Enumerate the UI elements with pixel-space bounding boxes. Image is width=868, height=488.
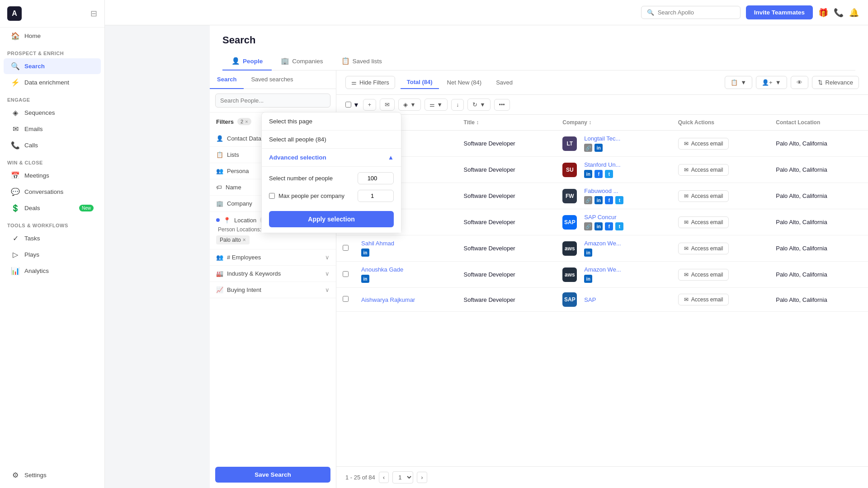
- access-email-button[interactable]: ✉ Access email: [678, 164, 729, 176]
- in-company-social-icon[interactable]: in: [594, 222, 603, 230]
- web-company-social-icon[interactable]: 🔗: [584, 222, 592, 230]
- fb-company-social-icon[interactable]: f: [594, 170, 603, 178]
- row-checkbox[interactable]: [343, 296, 349, 302]
- select-all-checkbox[interactable]: [345, 102, 351, 108]
- add-to-list-button[interactable]: 📋 ▼: [725, 76, 752, 89]
- sequence-button[interactable]: ◈ ▼: [398, 99, 420, 111]
- in-company-social-icon[interactable]: in: [594, 196, 603, 204]
- filter-item-industry[interactable]: 🏭 Industry & Keywords ∨: [210, 266, 336, 282]
- max-per-company-checkbox[interactable]: [269, 193, 275, 199]
- more-button[interactable]: •••: [494, 99, 510, 111]
- hide-filters-button[interactable]: ⚌ Hide Filters: [345, 76, 395, 89]
- person-name[interactable]: Anoushka Gade: [361, 266, 451, 273]
- sidebar-item-meetings[interactable]: 📅 Meetings: [4, 168, 101, 183]
- refresh-button[interactable]: ↻ ▼: [467, 99, 490, 111]
- save-search-button[interactable]: Save Search: [215, 467, 330, 483]
- search-apollo-container[interactable]: 🔍: [641, 6, 741, 19]
- sidebar-item-plays[interactable]: ▷ Plays: [4, 247, 101, 263]
- web-company-social-icon[interactable]: 🔗: [584, 144, 592, 152]
- prev-page-button[interactable]: ‹: [379, 472, 389, 483]
- location-tag-palo-alto[interactable]: Palo alto ×: [216, 235, 250, 244]
- th-title[interactable]: Title ↕: [458, 115, 557, 131]
- sidebar-item-deals[interactable]: 💲 Deals New: [4, 200, 101, 216]
- sidebar-item-tasks[interactable]: ✓ Tasks: [4, 230, 101, 246]
- bell-icon[interactable]: 🔔: [849, 8, 859, 18]
- export-button[interactable]: ↓: [451, 99, 464, 111]
- checkbox-dropdown-icon[interactable]: ▼: [353, 101, 359, 108]
- person-name[interactable]: Aishwarya Rajkumar: [361, 296, 451, 303]
- tw-company-social-icon[interactable]: t: [615, 196, 623, 204]
- filter-item-employees[interactable]: 👥 # Employees ∨: [210, 249, 336, 266]
- select-number-input[interactable]: [358, 172, 394, 184]
- access-email-button[interactable]: ✉ Access email: [678, 243, 729, 254]
- filter-tab-saved-searches[interactable]: Saved searches: [244, 70, 300, 89]
- in-social-icon[interactable]: in: [361, 249, 369, 257]
- view-toggle-button[interactable]: 👁: [791, 76, 808, 89]
- advanced-selection-header[interactable]: Advanced selection ▲: [262, 148, 401, 166]
- person-name[interactable]: Sahil Ahmad: [361, 240, 451, 247]
- tw-company-social-icon[interactable]: t: [615, 222, 623, 230]
- tab-saved-lists[interactable]: 📋 Saved lists: [332, 52, 391, 70]
- filter-tab-search[interactable]: Search: [210, 70, 244, 89]
- in-company-social-icon[interactable]: in: [584, 275, 592, 283]
- row-checkbox[interactable]: [343, 271, 349, 277]
- company-name[interactable]: Longtail Tec...: [584, 135, 620, 142]
- company-name[interactable]: SAP Concur: [584, 214, 625, 221]
- sidebar-item-home[interactable]: 🏠 Home: [4, 28, 101, 44]
- sidebar-item-conversations[interactable]: 💬 Conversations: [4, 184, 101, 200]
- company-name[interactable]: Amazon We...: [584, 266, 621, 273]
- fb-company-social-icon[interactable]: f: [605, 222, 613, 230]
- tab-people[interactable]: 👤 People: [222, 52, 272, 70]
- sidebar-item-calls[interactable]: 📞 Calls: [4, 137, 101, 153]
- access-email-button[interactable]: ✉ Access email: [678, 190, 729, 202]
- sidebar-item-data-enrichment[interactable]: ⚡ Data enrichment: [4, 75, 101, 90]
- in-company-social-icon[interactable]: in: [584, 249, 592, 257]
- add-button[interactable]: +: [363, 99, 376, 111]
- clear-filters-btn[interactable]: ×: [245, 119, 248, 124]
- tab-companies[interactable]: 🏢 Companies: [272, 52, 332, 70]
- access-email-button[interactable]: ✉ Access email: [678, 269, 729, 281]
- sidebar-collapse-btn[interactable]: ⊟: [90, 9, 97, 19]
- access-email-button[interactable]: ✉ Access email: [678, 294, 729, 305]
- in-company-social-icon[interactable]: in: [594, 144, 603, 152]
- company-name[interactable]: SAP: [584, 296, 596, 303]
- in-social-icon[interactable]: in: [361, 275, 369, 283]
- select-all-checkbox-area[interactable]: ▼: [345, 101, 359, 108]
- company-name[interactable]: Stanford Un...: [584, 161, 620, 168]
- page-select[interactable]: 1 2 3 4: [392, 471, 413, 483]
- filter-item-buying-intent[interactable]: 📈 Buying Intent ∨: [210, 282, 336, 298]
- relevance-button[interactable]: ⇅ Relevance: [812, 76, 859, 89]
- th-company[interactable]: Company ↕: [556, 115, 671, 131]
- select-all-people-item[interactable]: Select all people (84): [262, 131, 401, 148]
- company-name[interactable]: Fabuwood ...: [584, 188, 625, 194]
- fb-company-social-icon[interactable]: f: [605, 196, 613, 204]
- tw-company-social-icon[interactable]: t: [605, 170, 613, 178]
- search-apollo-input[interactable]: [658, 9, 735, 16]
- results-tab-total[interactable]: Total (84): [401, 76, 439, 89]
- sidebar-item-emails[interactable]: ✉ Emails: [4, 121, 101, 137]
- phone-icon[interactable]: 📞: [834, 8, 844, 18]
- filter-action-button[interactable]: ⚌ ▼: [425, 99, 448, 111]
- next-page-button[interactable]: ›: [417, 472, 427, 483]
- apply-selection-button[interactable]: Apply selection: [269, 211, 394, 227]
- gift-icon[interactable]: 🎁: [818, 8, 828, 18]
- in-company-social-icon[interactable]: in: [584, 170, 592, 178]
- results-tab-net-new[interactable]: Net New (84): [441, 76, 488, 89]
- row-checkbox[interactable]: [343, 245, 349, 251]
- results-tab-saved[interactable]: Saved: [490, 76, 519, 89]
- sidebar-item-settings[interactable]: ⚙ Settings: [4, 467, 101, 483]
- access-email-button[interactable]: ✉ Access email: [678, 138, 729, 150]
- select-this-page-item[interactable]: Select this page: [262, 113, 401, 130]
- filter-search-input[interactable]: [215, 94, 330, 108]
- sidebar-item-sequences[interactable]: ◈ Sequences: [4, 105, 101, 121]
- remove-tag-icon[interactable]: ×: [243, 237, 246, 243]
- sidebar-item-analytics[interactable]: 📊 Analytics: [4, 263, 101, 279]
- company-name[interactable]: Amazon We...: [584, 240, 621, 247]
- sidebar-item-search[interactable]: 🔍 Search: [4, 58, 101, 74]
- email-button[interactable]: ✉: [380, 99, 395, 111]
- web-company-social-icon[interactable]: 🔗: [584, 196, 592, 204]
- access-email-button[interactable]: ✉ Access email: [678, 216, 729, 228]
- add-person-button[interactable]: 👤+ ▼: [756, 76, 787, 89]
- max-per-company-input[interactable]: [358, 190, 394, 202]
- invite-teammates-button[interactable]: Invite Teammates: [746, 5, 813, 19]
